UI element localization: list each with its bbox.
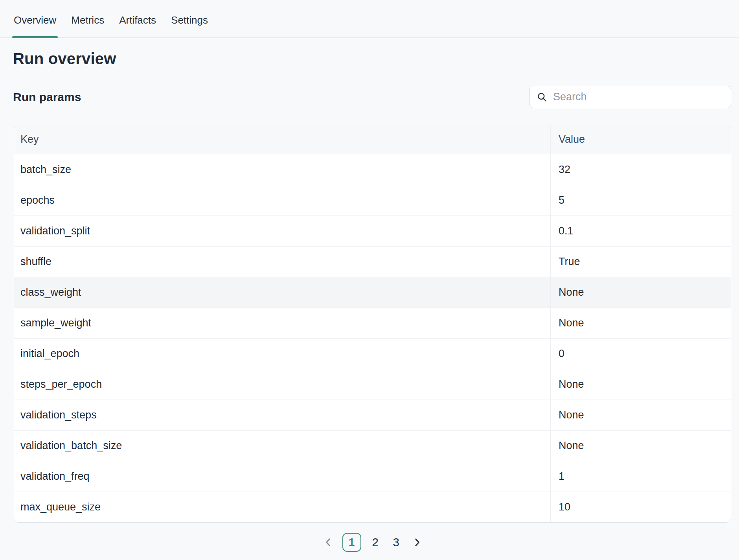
tab[interactable]: Settings [170,14,209,37]
param-value-cell: None [550,277,731,308]
table-row: max_queue_size 10 [14,492,731,522]
param-key-cell: steps_per_epoch [14,369,550,400]
search-input[interactable] [552,90,724,103]
param-value-cell: 5 [550,185,731,216]
param-key-cell: shuffle [14,247,550,277]
tab[interactable]: Artifacts [118,14,157,37]
param-value-cell: None [550,431,731,461]
param-key-cell: validation_steps [14,400,550,430]
table-row: validation_split 0.1 [14,216,731,246]
table-row: validation_batch_size None [14,430,731,461]
param-key-cell: class_weight [14,277,550,308]
pagination: 123 [14,533,731,552]
run-params-table: Key Value batch_size 32 epochs 5 validat… [14,125,731,523]
table-row: epochs 5 [14,185,731,216]
table-row: initial_epoch 0 [14,338,731,369]
page-buttons: 123 [342,533,403,552]
tab-label: Overview [14,14,56,26]
chevron-left-icon[interactable] [322,536,335,549]
tab[interactable]: Overview [13,14,57,37]
table-row: sample_weight None [14,308,731,338]
table-row: validation_freq 1 [14,461,731,492]
tab-label: Metrics [71,14,104,26]
page-number-button[interactable]: 3 [390,533,403,552]
page-number-button[interactable]: 1 [342,533,361,552]
param-key-cell: validation_split [14,216,550,246]
param-value-cell: 1 [550,461,731,492]
param-value-cell: None [550,400,731,430]
param-key-cell: validation_batch_size [14,431,550,461]
param-value-cell: None [550,308,731,338]
tab-label: Artifacts [119,14,156,26]
column-header-value: Value [550,125,731,154]
param-key-cell: validation_freq [14,461,550,492]
param-key-cell: sample_weight [14,308,550,338]
param-value-cell: 32 [550,154,731,185]
table-row: class_weight None [14,277,731,308]
column-header-key: Key [14,125,550,154]
table-body: batch_size 32 epochs 5 validation_split … [14,154,731,522]
tab-bar: Overview Metrics Artifacts Settings [0,0,739,38]
tab[interactable]: Metrics [70,14,105,37]
chevron-right-icon[interactable] [410,536,424,549]
table-row: validation_steps None [14,400,731,430]
param-value-cell: 0 [550,339,731,369]
search-icon [537,92,547,102]
param-value-cell: 0.1 [550,216,731,246]
table-header-row: Key Value [14,125,731,154]
param-value-cell: True [550,247,731,277]
param-value-cell: None [550,369,731,400]
param-value-cell: 10 [550,492,731,522]
page-title: Run overview [13,50,731,68]
param-key-cell: epochs [14,185,550,216]
section-title-run-params: Run params [13,90,81,104]
param-key-cell: batch_size [14,154,550,185]
param-key-cell: max_queue_size [14,492,550,522]
table-row: steps_per_epoch None [14,369,731,400]
tab-label: Settings [171,14,208,26]
search-box[interactable] [529,86,731,108]
table-row: shuffle True [14,246,731,277]
table-row: batch_size 32 [14,154,731,185]
page-number-button[interactable]: 2 [369,533,382,552]
param-key-cell: initial_epoch [14,339,550,369]
